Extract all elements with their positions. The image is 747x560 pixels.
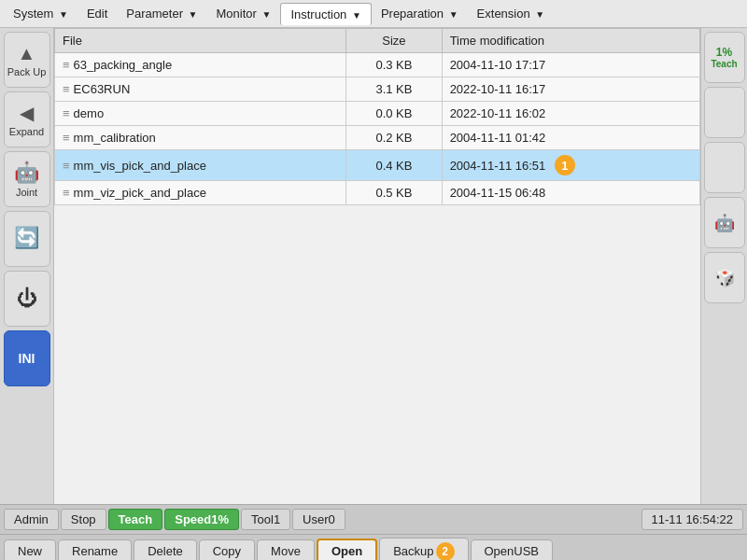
file-name-cell: ≡EC63RUN: [55, 77, 346, 102]
left-sidebar: ▲ Pack Up ◀ Expand 🤖 Joint 🔄 ⏻ INI: [0, 28, 54, 504]
menu-parameter[interactable]: Parameter ▼: [117, 3, 206, 24]
menu-bar: System ▼ Edit Parameter ▼ Monitor ▼ Inst…: [0, 0, 747, 28]
teach-label: Teach: [711, 59, 737, 69]
expand-icon: ◀: [20, 102, 34, 124]
file-icon: ≡: [63, 58, 70, 72]
status-datetime: 11-11 16:54:22: [641, 509, 743, 530]
menu-extension[interactable]: Extension ▼: [468, 3, 555, 24]
file-name-cell: ≡mm_viz_pick_and_place: [55, 181, 346, 205]
btn-delete[interactable]: Delete: [134, 539, 197, 560]
pack-up-label: Pack Up: [7, 66, 47, 77]
menu-monitor[interactable]: Monitor ▼: [207, 3, 281, 24]
status-stop: Stop: [61, 509, 106, 530]
right-teach-btn[interactable]: 1% Teach: [704, 32, 745, 83]
file-icon: ≡: [63, 131, 70, 145]
backup-badge: 2: [436, 542, 455, 561]
file-table: File Size Time modification ≡63_packing_…: [54, 28, 700, 205]
sidebar-ini[interactable]: INI: [4, 330, 50, 386]
file-icon: ≡: [63, 82, 70, 96]
table-row[interactable]: ≡63_packing_angle0.3 KB2004-11-10 17:17: [55, 53, 700, 77]
teach-pct: 1%: [716, 46, 732, 59]
menu-instruction[interactable]: Instruction ▼: [280, 3, 372, 25]
file-time-cell: 2022-10-11 16:02: [442, 102, 699, 126]
file-size-cell: 0.4 KB: [346, 150, 442, 181]
file-name-cell: ≡mm_vis_pick_and_place: [55, 150, 346, 181]
col-time: Time modification: [442, 29, 699, 53]
sidebar-expand[interactable]: ◀ Expand: [4, 91, 50, 147]
btn-move[interactable]: Move: [257, 539, 315, 560]
file-size-cell: 0.2 KB: [346, 126, 442, 150]
joint-label: Joint: [16, 187, 37, 198]
status-bar: Admin Stop Teach Speed1% Tool1 User0 11-…: [0, 504, 747, 534]
file-time-cell: 2004-11-11 16:51 1: [442, 150, 699, 181]
file-icon: ≡: [63, 106, 70, 120]
btn-backup[interactable]: Backup2: [379, 538, 468, 561]
btn-copy[interactable]: Copy: [199, 539, 255, 560]
file-time-cell: 2004-11-15 06:48: [442, 181, 699, 205]
file-name-cell: ≡63_packing_angle: [55, 53, 346, 77]
right-btn-2[interactable]: [704, 87, 745, 138]
table-row[interactable]: ≡mm_calibration0.2 KB2004-11-11 01:42: [55, 126, 700, 150]
file-icon: ≡: [63, 186, 70, 200]
sidebar-pack-up[interactable]: ▲ Pack Up: [4, 32, 50, 88]
bottom-bar: New Rename Delete Copy Move Open Backup2…: [0, 534, 747, 560]
sidebar-cycle[interactable]: 🔄: [4, 211, 50, 267]
file-size-cell: 0.0 KB: [346, 102, 442, 126]
status-user: User0: [292, 509, 345, 530]
time-value: 2004-11-11 16:51: [450, 159, 546, 173]
expand-label: Expand: [9, 126, 44, 137]
file-name-cell: ≡demo: [55, 102, 346, 126]
file-icon: ≡: [63, 159, 70, 173]
pack-up-icon: ▲: [18, 43, 36, 64]
menu-edit[interactable]: Edit: [78, 3, 117, 24]
file-time-cell: 2004-11-11 01:42: [442, 126, 699, 150]
btn-openusb[interactable]: OpenUSB: [471, 539, 554, 560]
col-size: Size: [346, 29, 442, 53]
status-speed: Speed1%: [164, 509, 239, 530]
status-tool: Tool1: [241, 509, 290, 530]
sidebar-power[interactable]: ⏻: [4, 271, 50, 327]
col-file: File: [55, 29, 346, 53]
menu-preparation[interactable]: Preparation ▼: [372, 3, 468, 24]
btn-rename[interactable]: Rename: [58, 539, 132, 560]
right-btn-5[interactable]: 🎲: [704, 252, 745, 303]
file-area: File Size Time modification ≡63_packing_…: [54, 28, 700, 504]
table-row[interactable]: ≡EC63RUN3.1 KB2022-10-11 16:17: [55, 77, 700, 102]
right-sidebar: 1% Teach 🤖 🎲: [700, 28, 747, 504]
file-size-cell: 0.5 KB: [346, 181, 442, 205]
main-container: ▲ Pack Up ◀ Expand 🤖 Joint 🔄 ⏻ INI: [0, 28, 747, 504]
table-row[interactable]: ≡mm_vis_pick_and_place0.4 KB2004-11-11 1…: [55, 150, 700, 181]
row-badge: 1: [555, 155, 575, 175]
right-btn-4[interactable]: 🤖: [704, 197, 745, 248]
file-size-cell: 0.3 KB: [346, 53, 442, 77]
status-admin: Admin: [4, 509, 59, 530]
file-name-cell: ≡mm_calibration: [55, 126, 346, 150]
right-btn-3[interactable]: [704, 142, 745, 193]
file-size-cell: 3.1 KB: [346, 77, 442, 102]
table-row[interactable]: ≡demo0.0 KB2022-10-11 16:02: [55, 102, 700, 126]
table-row[interactable]: ≡mm_viz_pick_and_place0.5 KB2004-11-15 0…: [55, 181, 700, 205]
file-time-cell: 2022-10-11 16:17: [442, 77, 699, 102]
file-time-cell: 2004-11-10 17:17: [442, 53, 699, 77]
status-teach: Teach: [108, 509, 163, 530]
menu-system[interactable]: System ▼: [4, 3, 78, 24]
file-table-wrapper: File Size Time modification ≡63_packing_…: [54, 28, 700, 504]
btn-new[interactable]: New: [4, 539, 56, 560]
btn-open[interactable]: Open: [317, 539, 377, 560]
sidebar-joint[interactable]: 🤖 Joint: [4, 151, 50, 207]
